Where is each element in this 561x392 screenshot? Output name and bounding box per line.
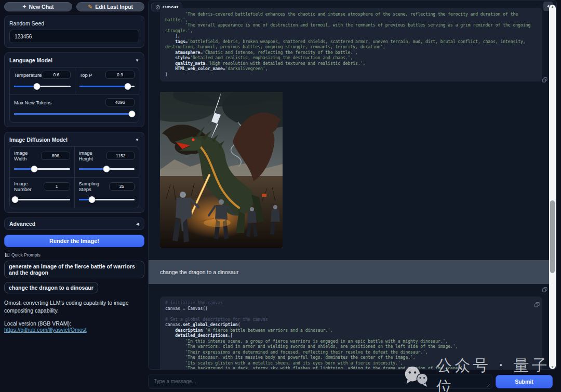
local-version-prefix: Local version (8GB VRAM): [4, 320, 71, 327]
advanced-title: Advanced [9, 221, 35, 227]
github-link[interactable]: https://github.com/lllyasviel/Omost [4, 327, 87, 333]
image-number-param: Image Number 1 [10, 178, 74, 208]
image-width-slider[interactable] [14, 166, 70, 172]
language-model-title: Language Model [9, 57, 52, 63]
image-number-slider-handle[interactable] [12, 196, 19, 203]
max-new-tokens-param: Max New Tokens 4096 [10, 95, 139, 122]
sidebar: + New Chat ✎ Edit Last Input Random Seed… [4, 2, 144, 333]
top-p-input[interactable]: 0.9 [105, 71, 135, 79]
composer: Type a message... Submit [148, 374, 557, 390]
list-grid-icon [5, 253, 9, 257]
sampling-steps-input[interactable]: 25 [109, 182, 135, 191]
max-new-tokens-input[interactable]: 4096 [105, 98, 135, 106]
new-chat-label: New Chat [29, 4, 54, 10]
copy-icon [542, 77, 548, 83]
edit-last-input-label: Edit Last Input [95, 4, 133, 10]
temperature-slider-handle[interactable] [33, 83, 40, 90]
pencil-icon: ✎ [88, 4, 92, 10]
local-version-line: Local version (8GB VRAM): https://github… [4, 320, 144, 333]
sampling-steps-param: Sampling Steps 25 [74, 178, 139, 208]
plus-icon: + [23, 3, 26, 10]
message-input[interactable]: Type a message... [148, 374, 492, 389]
temperature-input[interactable]: 0.6 [42, 71, 71, 79]
top-p-slider[interactable] [79, 83, 135, 90]
scroll-up-arrow-icon[interactable]: ▲ [549, 5, 556, 8]
image-number-input[interactable]: 1 [44, 182, 70, 191]
image-height-input[interactable]: 1152 [106, 152, 135, 160]
chat-scrollbar-thumb[interactable] [550, 200, 555, 273]
top-p-param: Top P 0.9 [75, 67, 139, 94]
quick-prompts-label: Quick Prompts [11, 252, 41, 258]
max-new-tokens-slider-handle[interactable] [129, 111, 136, 117]
image-width-slider-handle[interactable] [31, 166, 37, 172]
image-height-label: Image Height [79, 150, 107, 161]
image-width-input[interactable]: 896 [41, 152, 70, 160]
scroll-down-arrow-icon[interactable]: ▼ [549, 366, 556, 369]
copy-icon [542, 287, 548, 293]
image-height-slider[interactable] [79, 166, 135, 172]
bot-icon [155, 5, 161, 10]
top-p-slider-handle[interactable] [125, 83, 131, 90]
chevron-down-icon: ▼ [135, 138, 139, 142]
chevron-down-icon: ▼ [135, 58, 139, 63]
language-model-params: Temperature 0.6 Top P 0.9 [9, 67, 139, 123]
chat-scrollbar[interactable]: ▲ ▼ [549, 5, 556, 369]
copy-message-button[interactable] [542, 286, 548, 292]
assistant-code-block-1: 'The debris-covered battlefield enhances… [160, 8, 542, 82]
random-seed-input[interactable]: 123456 [9, 30, 139, 43]
quick-prompt-item[interactable]: generate an image of the fierce battle o… [4, 261, 144, 278]
copy-code-button[interactable] [534, 301, 540, 307]
edit-last-input-button[interactable]: ✎ Edit Last Input [76, 2, 144, 11]
copy-icon [534, 302, 540, 308]
new-chat-button[interactable]: + New Chat [4, 2, 72, 11]
image-number-label: Image Number [14, 181, 44, 192]
sidebar-topbar: + New Chat ✎ Edit Last Input [4, 2, 144, 11]
max-new-tokens-label: Max New Tokens [14, 100, 51, 105]
chevron-left-icon: ◀ [136, 222, 139, 226]
quick-prompt-item[interactable]: change the dragon to a dinosaur [4, 282, 98, 293]
generated-image[interactable] [160, 92, 283, 248]
image-width-label: Image Width [14, 150, 41, 161]
resize-handle-icon[interactable] [487, 383, 491, 387]
image-diffusion-accordion-header[interactable]: Image Diffusion Model ▼ [9, 137, 139, 143]
about-text: Omost: converting LLM's coding capabilit… [4, 299, 144, 314]
advanced-accordion-header[interactable]: Advanced ◀ [9, 221, 139, 227]
image-diffusion-params: Image Width 896 Image Height 1152 [9, 146, 139, 208]
sampling-steps-label: Sampling Steps [79, 181, 109, 192]
image-number-slider[interactable] [14, 196, 70, 203]
chatbot-panel: Omost 'The debris-covered battlefield en… [148, 0, 557, 370]
image-diffusion-title: Image Diffusion Model [9, 137, 68, 143]
max-new-tokens-slider[interactable] [14, 111, 135, 117]
random-seed-label: Random Seed [9, 20, 139, 26]
omost-app: + New Chat ✎ Edit Last Input Random Seed… [0, 0, 561, 392]
sampling-steps-slider[interactable] [79, 196, 135, 203]
image-diffusion-model-card: Image Diffusion Model ▼ Image Width 896 [4, 132, 144, 213]
image-height-slider-handle[interactable] [103, 166, 110, 172]
temperature-param: Temperature 0.6 [10, 67, 75, 94]
top-p-label: Top P [79, 72, 92, 78]
copy-message-button[interactable] [542, 76, 548, 82]
assistant-code-block-2: # Initialize the canvascanvas = Canvas()… [160, 296, 542, 370]
message-input-placeholder: Type a message... [154, 379, 196, 384]
quick-prompts-header: Quick Prompts [5, 252, 144, 258]
dragon-battle-illustration [160, 92, 283, 248]
temperature-label: Temperature [14, 72, 42, 78]
random-seed-card: Random Seed 123456 [4, 16, 144, 48]
submit-button[interactable]: Submit [496, 375, 553, 388]
render-image-button[interactable]: Render the Image! [4, 235, 144, 247]
language-model-card: Language Model ▼ Temperature 0.6 [4, 52, 144, 127]
image-width-param: Image Width 896 [10, 147, 74, 177]
advanced-card: Advanced ◀ [4, 218, 144, 230]
sampling-steps-slider-handle[interactable] [89, 196, 96, 203]
image-height-param: Image Height 1152 [74, 147, 139, 177]
language-model-accordion-header[interactable]: Language Model ▼ [9, 57, 139, 63]
user-message[interactable]: change the dragon to a dinosaur [149, 260, 550, 284]
temperature-slider[interactable] [14, 83, 71, 90]
